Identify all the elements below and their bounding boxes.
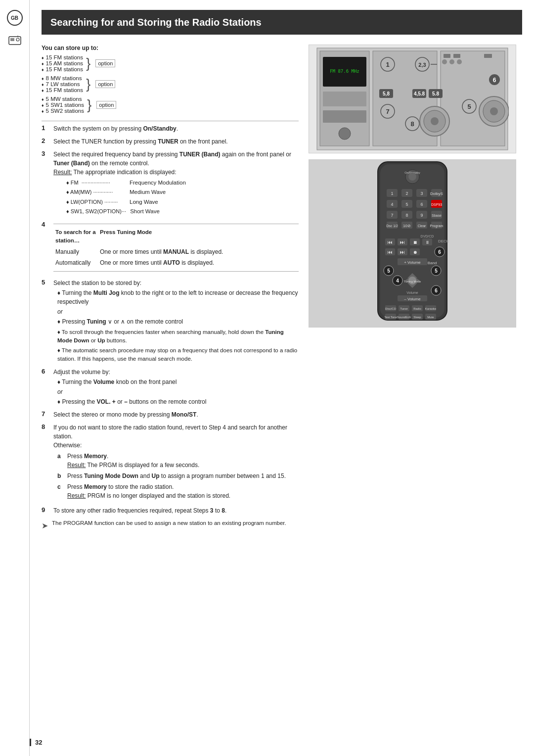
- sub-step-b: b Press Tuning Mode Down and Up to assig…: [57, 472, 299, 480]
- svg-point-2: [16, 38, 19, 41]
- svg-text:Sleep: Sleep: [413, 316, 421, 319]
- front-panel-svg: FM 87.6 MHz 1 2,3: [316, 47, 509, 151]
- sub-step-a: a Press Memory. Result: The PRGM is disp…: [57, 452, 299, 470]
- station-group-1: ♦15 FM stations ♦15 AM stations ♦15 FM s…: [42, 54, 115, 72]
- step-7: 7 Select the stereo or mono mode by pres…: [42, 410, 299, 419]
- svg-text:6: 6: [438, 249, 441, 255]
- right-column: FM 87.6 MHz 1 2,3: [309, 45, 516, 530]
- note-box: ➤ The PROGRAM function can be used to as…: [42, 520, 299, 530]
- store-info-title: You can store up to:: [42, 45, 299, 51]
- fm-dots: ♦ FM ··················· Frequency Modul…: [58, 179, 299, 187]
- svg-text:⏸: ⏸: [425, 240, 430, 245]
- note-text: The PROGRAM function can be used to assi…: [52, 520, 286, 526]
- svg-text:Test Tone: Test Tone: [384, 316, 397, 319]
- svg-text:10⊘: 10⊘: [403, 224, 411, 228]
- svg-point-30: [431, 117, 439, 125]
- svg-text:Mute: Mute: [427, 316, 434, 319]
- svg-text:8: 8: [410, 120, 414, 128]
- svg-text:⏭: ⏭: [400, 239, 405, 245]
- svg-rect-10: [323, 92, 366, 106]
- svg-text:2,3: 2,3: [418, 62, 426, 68]
- svg-text:SoundEnh: SoundEnh: [397, 316, 411, 319]
- svg-rect-11: [323, 110, 366, 123]
- svg-text:5: 5: [467, 103, 471, 110]
- note-arrow-icon: ➤: [42, 521, 48, 530]
- gb-badge: GB: [7, 10, 23, 26]
- sidebar-icon-tuner: [7, 32, 23, 47]
- svg-text:+ Volume: + Volume: [404, 260, 421, 265]
- svg-point-37: [490, 107, 498, 115]
- svg-text:⏮: ⏮: [388, 249, 393, 255]
- svg-text:DSP93: DSP93: [431, 203, 442, 206]
- svg-text:Clear: Clear: [418, 224, 426, 228]
- svg-text:Sbase: Sbase: [432, 214, 442, 217]
- step-1: 1 Switch the system on by pressing On/St…: [42, 124, 299, 133]
- svg-text:4,5.8: 4,5.8: [414, 91, 425, 96]
- steps-list: 1 Switch the system on by pressing On/St…: [42, 124, 299, 515]
- svg-rect-43: [484, 54, 492, 58]
- svg-text:Dsc 1/2: Dsc 1/2: [386, 224, 398, 228]
- station-group-2: ♦8 MW stations ♦7 LW stations ♦15 FM sta…: [42, 75, 115, 93]
- svg-rect-1: [10, 38, 14, 41]
- svg-text:Karaoke: Karaoke: [425, 307, 437, 310]
- svg-text:6: 6: [435, 288, 438, 293]
- svg-text:Tuner: Tuner: [400, 307, 407, 310]
- page-number: 32: [30, 739, 42, 746]
- svg-text:DECK: DECK: [438, 239, 449, 243]
- svg-point-48: [408, 173, 416, 181]
- svg-text:4: 4: [391, 202, 393, 207]
- main-content: Searching for and Storing the Radio Stat…: [30, 0, 534, 756]
- title-section: Searching for and Storing the Radio Stat…: [42, 10, 522, 35]
- svg-rect-39: [453, 54, 460, 58]
- svg-text:5: 5: [405, 202, 408, 207]
- svg-text:4: 4: [396, 278, 399, 284]
- svg-text:⏹: ⏹: [413, 240, 417, 245]
- svg-text:Band: Band: [428, 261, 437, 265]
- step-2: 2 Select the TUNER function by pressing …: [42, 137, 299, 146]
- svg-text:– Volume: – Volume: [404, 297, 421, 301]
- step-9: 9 To store any other radio frequencies r…: [42, 506, 299, 515]
- remote-control-image: On/Standby 1 2 3 DolbyS 4: [309, 159, 516, 328]
- svg-point-42: [457, 59, 462, 64]
- front-panel-image: FM 87.6 MHz 1 2,3: [309, 45, 516, 153]
- left-column: You can store up to: ♦15 FM stations ♦15…: [42, 45, 299, 530]
- svg-text:8: 8: [405, 213, 408, 218]
- lw-dots: ♦ LW(OPTION) ········· Long Wave: [58, 198, 299, 206]
- svg-text:Disc/CD: Disc/CD: [385, 307, 397, 310]
- svg-text:⏮: ⏮: [388, 239, 393, 245]
- station-group-3: ♦5 MW stations ♦5 SW1 stations ♦5 SW2 st…: [42, 96, 116, 114]
- am-dots: ♦ AM(MW) ············· Medium Wave: [58, 188, 299, 196]
- step-5: 5 Select the station to be stored by: ♦ …: [42, 279, 299, 364]
- step-6: 6 Adjust the volume by: ♦ Turning the Vo…: [42, 368, 299, 406]
- svg-point-12: [339, 128, 351, 140]
- sw-dots: ♦ SW1, SW2(OPTION)··· Short Wave: [58, 207, 299, 216]
- svg-point-40: [442, 59, 447, 64]
- svg-rect-38: [444, 54, 450, 58]
- store-info: You can store up to: ♦15 FM stations ♦15…: [42, 45, 299, 114]
- svg-text:5: 5: [435, 268, 438, 274]
- svg-text:5.8: 5.8: [432, 91, 439, 96]
- svg-text:6: 6: [420, 202, 423, 207]
- step-4: 4 To search for astation… Press Tuning M…: [42, 221, 299, 275]
- svg-text:3: 3: [420, 191, 423, 196]
- sub-step-c: c Press Memory to store the radio statio…: [57, 482, 299, 500]
- svg-text:DolbyS: DolbyS: [430, 191, 443, 196]
- svg-text:Program: Program: [430, 224, 444, 228]
- svg-text:DVD/CD: DVD/CD: [421, 235, 434, 238]
- svg-text:6: 6: [493, 77, 496, 84]
- svg-text:5,8: 5,8: [383, 91, 390, 96]
- svg-text:9: 9: [420, 213, 423, 218]
- svg-text:1: 1: [386, 61, 389, 68]
- step-3: 3 Select the required frequency band by …: [42, 150, 299, 217]
- svg-text:7: 7: [391, 213, 393, 218]
- page-title: Searching for and Storing the Radio Stat…: [50, 16, 513, 29]
- svg-text:Tuning Mode: Tuning Mode: [404, 280, 421, 283]
- left-sidebar: GB: [0, 0, 30, 756]
- svg-text:2: 2: [405, 191, 408, 196]
- svg-text:FM 87.6 MHz: FM 87.6 MHz: [330, 69, 359, 74]
- svg-text:⏭: ⏭: [400, 249, 405, 255]
- step-8: 8 If you do not want to store the radio …: [42, 423, 299, 502]
- svg-text:7: 7: [386, 108, 389, 115]
- svg-text:⏺: ⏺: [413, 250, 417, 255]
- svg-text:5: 5: [387, 268, 390, 274]
